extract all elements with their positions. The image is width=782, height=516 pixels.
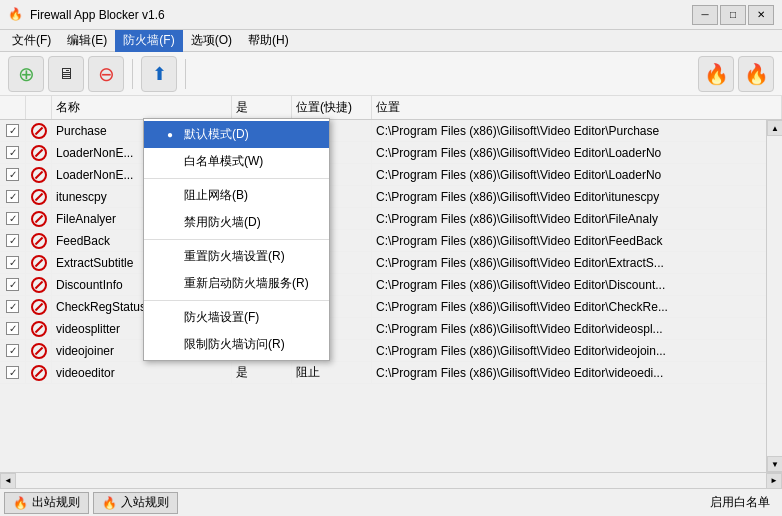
table-row[interactable]: LoaderNonE...C:\Program Files (x86)\Gili…: [0, 164, 782, 186]
dropdown-block-network-label: 阻止网络(B): [184, 187, 248, 204]
scroll-track: [16, 473, 766, 488]
dropdown-firewall-settings[interactable]: 防火墙设置(F): [144, 304, 329, 331]
dropdown-whitelist-mode[interactable]: 白名单模式(W): [144, 148, 329, 175]
vertical-scrollbar[interactable]: ▲ ▼: [766, 120, 782, 472]
row-checkbox[interactable]: [6, 256, 19, 269]
row-path: C:\Program Files (x86)\Gilisoft\Video Ed…: [372, 164, 782, 185]
scroll-left-arrow[interactable]: ◄: [0, 473, 16, 489]
block-icon: [31, 321, 47, 337]
out-rules-label: 出站规则: [32, 494, 80, 511]
scroll-up-arrow[interactable]: ▲: [767, 120, 782, 136]
scroll-down-arrow[interactable]: ▼: [767, 456, 782, 472]
flame-button-1[interactable]: 🔥: [698, 56, 734, 92]
row-checkbox[interactable]: [6, 344, 19, 357]
block-icon: [31, 233, 47, 249]
menu-firewall[interactable]: 防火墙(F): [115, 30, 182, 52]
table-body: PurchaseC:\Program Files (x86)\Gilisoft\…: [0, 120, 782, 472]
row-checkbox[interactable]: [6, 234, 19, 247]
dropdown-restart-service[interactable]: 重新启动防火墙服务(R): [144, 270, 329, 297]
row-checkbox[interactable]: [6, 278, 19, 291]
table-row[interactable]: FileAnalyerC:\Program Files (x86)\Giliso…: [0, 208, 782, 230]
monitor-icon: 🖥: [58, 65, 74, 83]
dropdown-disable-firewall[interactable]: 禁用防火墙(D): [144, 209, 329, 236]
col-header-path: 位置: [372, 96, 782, 119]
row-checkbox[interactable]: [6, 168, 19, 181]
remove-button[interactable]: ⊖: [88, 56, 124, 92]
horizontal-scrollbar[interactable]: ◄ ►: [0, 472, 782, 488]
close-button[interactable]: ✕: [748, 5, 774, 25]
row-shortpath: 阻止: [292, 362, 372, 383]
block-icon: [31, 365, 47, 381]
row-path: C:\Program Files (x86)\Gilisoft\Video Ed…: [372, 318, 782, 339]
row-checkbox[interactable]: [6, 190, 19, 203]
row-checkbox[interactable]: [6, 300, 19, 313]
block-icon: [31, 277, 47, 293]
dropdown-block-network[interactable]: 阻止网络(B): [144, 182, 329, 209]
row-yn: 是: [232, 362, 292, 383]
dropdown-default-mode[interactable]: ● 默认模式(D): [144, 121, 329, 148]
in-rules-label: 入站规则: [121, 494, 169, 511]
in-rules-button[interactable]: 🔥 入站规则: [93, 492, 178, 514]
toolbar: ⊕ 🖥 ⊖ ⬆ 🔥 🔥: [0, 52, 782, 96]
row-path: C:\Program Files (x86)\Gilisoft\Video Ed…: [372, 120, 782, 141]
remove-icon: ⊖: [98, 62, 115, 86]
dropdown-separator-2: [144, 239, 329, 240]
bullet-icon: ●: [164, 129, 176, 140]
dropdown-limit-access[interactable]: 限制防火墙访问(R): [144, 331, 329, 358]
dropdown-limit-access-label: 限制防火墙访问(R): [184, 336, 285, 353]
add-button[interactable]: ⊕: [8, 56, 44, 92]
up-arrow-icon: ⬆: [152, 63, 167, 85]
flame-button-2[interactable]: 🔥: [738, 56, 774, 92]
out-rules-button[interactable]: 🔥 出站规则: [4, 492, 89, 514]
table-row[interactable]: videosplitter是阻止C:\Program Files (x86)\G…: [0, 318, 782, 340]
row-checkbox[interactable]: [6, 322, 19, 335]
up-button[interactable]: ⬆: [141, 56, 177, 92]
title-bar: 🔥 Firewall App Blocker v1.6 ─ □ ✕: [0, 0, 782, 30]
menu-help[interactable]: 帮助(H): [240, 30, 297, 52]
firewall-dropdown-menu: ● 默认模式(D) 白名单模式(W) 阻止网络(B) 禁用防火墙(D) 重置防火…: [143, 118, 330, 361]
maximize-button[interactable]: □: [720, 5, 746, 25]
title-text: Firewall App Blocker v1.6: [30, 8, 692, 22]
toolbar-divider-2: [185, 59, 186, 89]
status-bar: 🔥 出站规则 🔥 入站规则 启用白名单: [0, 488, 782, 516]
row-checkbox[interactable]: [6, 124, 19, 137]
window-controls: ─ □ ✕: [692, 5, 774, 25]
menu-file[interactable]: 文件(F): [4, 30, 59, 52]
row-path: C:\Program Files (x86)\Gilisoft\Video Ed…: [372, 362, 782, 383]
table-row[interactable]: LoaderNonE...C:\Program Files (x86)\Gili…: [0, 142, 782, 164]
monitor-button[interactable]: 🖥: [48, 56, 84, 92]
row-path: C:\Program Files (x86)\Gilisoft\Video Ed…: [372, 142, 782, 163]
dropdown-reset-firewall-label: 重置防火墙设置(R): [184, 248, 285, 265]
menu-edit[interactable]: 编辑(E): [59, 30, 115, 52]
scroll-right-arrow[interactable]: ►: [766, 473, 782, 489]
table-row[interactable]: PurchaseC:\Program Files (x86)\Gilisoft\…: [0, 120, 782, 142]
toolbar-right-icons: 🔥 🔥: [698, 56, 774, 92]
menu-options[interactable]: 选项(O): [183, 30, 240, 52]
dropdown-reset-firewall[interactable]: 重置防火墙设置(R): [144, 243, 329, 270]
minimize-button[interactable]: ─: [692, 5, 718, 25]
dropdown-disable-firewall-label: 禁用防火墙(D): [184, 214, 261, 231]
table-row[interactable]: CheckRegStatus是阻止C:\Program Files (x86)\…: [0, 296, 782, 318]
col-header-yn: 是: [232, 96, 292, 119]
block-icon: [31, 211, 47, 227]
main-content: 名称 是 位置(快捷) 位置 PurchaseC:\Program Files …: [0, 96, 782, 488]
row-checkbox[interactable]: [6, 212, 19, 225]
out-rules-icon: 🔥: [13, 496, 28, 510]
row-name: videoeditor: [52, 362, 232, 383]
block-icon: [31, 343, 47, 359]
table-row[interactable]: videojoiner是阻止C:\Program Files (x86)\Gil…: [0, 340, 782, 362]
toolbar-divider-1: [132, 59, 133, 89]
table-row[interactable]: ExtractSubtitle是阻止C:\Program Files (x86)…: [0, 252, 782, 274]
table-row[interactable]: itunescpyC:\Program Files (x86)\Gilisoft…: [0, 186, 782, 208]
block-icon: [31, 255, 47, 271]
row-checkbox[interactable]: [6, 146, 19, 159]
dropdown-separator-1: [144, 178, 329, 179]
row-path: C:\Program Files (x86)\Gilisoft\Video Ed…: [372, 274, 782, 295]
row-checkbox[interactable]: [6, 366, 19, 379]
table-row[interactable]: DiscountInfo是阻止C:\Program Files (x86)\Gi…: [0, 274, 782, 296]
col-header-name: 名称: [52, 96, 232, 119]
row-path: C:\Program Files (x86)\Gilisoft\Video Ed…: [372, 252, 782, 273]
table-header: 名称 是 位置(快捷) 位置: [0, 96, 782, 120]
table-row[interactable]: FeedBackC:\Program Files (x86)\Gilisoft\…: [0, 230, 782, 252]
table-row[interactable]: videoeditor是阻止C:\Program Files (x86)\Gil…: [0, 362, 782, 384]
